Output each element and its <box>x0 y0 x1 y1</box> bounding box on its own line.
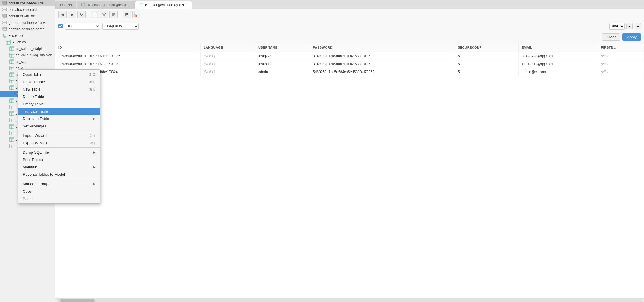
table-cell[interactable]: 5 <box>455 60 518 68</box>
back-btn[interactable]: ◀ <box>58 11 67 18</box>
table-row[interactable]: 2c9380836ed01af1016ed02198be0085(NULL)te… <box>55 52 644 60</box>
tab-label: cs_user@cosinee (godzil... <box>145 3 187 7</box>
tree-expand-icon[interactable]: ▼ <box>12 41 15 44</box>
svg-rect-69 <box>10 144 14 148</box>
svg-rect-60 <box>10 124 14 129</box>
sidebar-item-cs_callout_log_dialplan[interactable]: cs_callout_log_dialplan <box>0 52 55 58</box>
sidebar-item-godzilla[interactable]: godzilla.cosin.cc-demo <box>0 26 55 32</box>
cm-item-print-tables[interactable]: Print Tables <box>18 156 100 163</box>
sidebar-item-corsair-dev[interactable]: corsair.cosinee-w4l.dev <box>0 0 55 6</box>
scrollbar-thumb[interactable] <box>60 299 95 302</box>
sidebar-item-corsair-w4l[interactable]: corsair.cskefu.w4l <box>0 13 55 19</box>
cm-item-manage-group[interactable]: Manage Group▶ <box>18 180 100 188</box>
sidebar-item-cosinee[interactable]: ▼cosinee <box>0 32 55 39</box>
table-cell[interactable]: admin <box>255 68 310 76</box>
cm-item-set-privileges[interactable]: Set Privileges <box>18 122 100 130</box>
col-firstname[interactable]: FIRSTN... <box>598 43 644 52</box>
cm-item-dump-sql[interactable]: Dump SQL File▶ <box>18 149 100 156</box>
filter-remove-button[interactable]: − <box>626 23 633 29</box>
col-lang[interactable]: LANGUAGE <box>200 43 255 52</box>
col-username[interactable]: USERNAME <box>255 43 310 52</box>
grid-btn[interactable]: ⊞ <box>123 11 131 18</box>
svg-point-20 <box>3 34 6 35</box>
table-cell[interactable]: 314cea2b1cfe3faa7f1ff04e68b3b126 <box>310 52 455 60</box>
table-cell[interactable]: (NULL) <box>200 52 255 60</box>
cm-item-label: Import Wizard <box>23 133 47 138</box>
cm-item-maintain[interactable]: Maintain▶ <box>18 163 100 171</box>
clear-button[interactable]: Clear <box>602 33 620 41</box>
svg-rect-1 <box>3 3 7 4</box>
table-cell[interactable]: (NULL) <box>200 68 255 76</box>
table-cell[interactable]: 5d80253b1cd5e5d4ca5ed539f4d72052 <box>310 68 455 76</box>
sidebar-item-tables[interactable]: ▼Tables <box>0 39 55 45</box>
col-secureconf[interactable]: SECURECONF <box>455 43 518 52</box>
table-row[interactable]: 4028cac3614cd2f901614cf8be1f0324(NULL)ad… <box>55 68 644 76</box>
table-cell[interactable]: (NUL <box>598 52 644 60</box>
table-cell[interactable]: 2c9380836ed01af1016ed02198be0085 <box>55 52 200 60</box>
sidebar-item-cs_c1[interactable]: cs_c... <box>0 58 55 65</box>
cm-item-open-table[interactable]: Open Table⌘O <box>18 71 100 78</box>
cm-item-paste: Paste <box>18 195 100 202</box>
cm-item-import-wizard[interactable]: Import Wizard⌘↑ <box>18 132 100 139</box>
table-cell[interactable]: 12312312@qq.com <box>519 60 598 68</box>
table-cell[interactable]: 314cea2b1cfe3faa7f1ff04e68b3b126 <box>310 60 455 68</box>
col-password[interactable]: PASSWORD <box>310 43 455 52</box>
table-cell[interactable]: 32423423@qq.com <box>519 52 598 60</box>
sidebar-item-corsair-rui[interactable]: corsair.cosinee.rui <box>0 6 55 13</box>
svg-rect-39 <box>10 79 14 83</box>
sidebar-item-cs_callout_dialplan[interactable]: cs_callout_dialplan <box>0 45 55 52</box>
cm-item-delete-table[interactable]: Delete Table <box>18 93 100 100</box>
table-cell[interactable]: testgzzz <box>255 52 310 60</box>
filter-btn[interactable] <box>100 11 108 18</box>
table-cell[interactable]: (NUL <box>598 68 644 76</box>
chart-btn[interactable]: 📊 <box>132 11 140 18</box>
cm-item-label: Duplicate Table <box>23 116 49 121</box>
cm-item-new-table[interactable]: New Table⌘N <box>18 86 100 93</box>
cm-item-duplicate-table[interactable]: Duplicate Table▶ <box>18 115 100 122</box>
filter-checkbox[interactable] <box>58 24 63 28</box>
scrollbar-track <box>57 299 643 302</box>
tree-expand-icon[interactable]: ▼ <box>9 34 11 37</box>
cm-item-reverse-tables[interactable]: Reverse Tables to Model <box>18 171 100 178</box>
svg-point-19 <box>6 29 6 30</box>
tab-cs_user[interactable]: cs_user@cosinee (godzil... <box>135 1 192 9</box>
server-icon <box>2 14 7 19</box>
cm-item-design-table[interactable]: Design Table⌘D <box>18 78 100 86</box>
tab-objects[interactable]: Objects <box>55 1 76 9</box>
cm-shortcut: ⌘↓ <box>90 141 95 145</box>
refresh-btn[interactable]: ↻ <box>77 11 86 18</box>
table-cell[interactable]: 2c9380836ed01af1016ed023a36200d2 <box>55 60 200 68</box>
filter-field-select[interactable]: IDLANGUAGEUSERNAMEPASSWORDSECURECONFemai… <box>65 23 100 30</box>
svg-point-6 <box>6 8 6 9</box>
cm-item-truncate-table[interactable]: Truncate Table <box>18 108 100 115</box>
horizontal-scrollbar[interactable] <box>55 298 644 302</box>
filter-add-button[interactable]: + <box>635 23 641 29</box>
svg-point-10 <box>6 15 6 15</box>
apply-button[interactable]: Apply <box>622 33 641 41</box>
table-cell[interactable]: admin@cc.com <box>519 68 598 76</box>
sort-btn[interactable] <box>109 11 118 18</box>
new-record-btn[interactable]: 📄 <box>91 11 99 18</box>
table-row[interactable]: 2c9380836ed01af1016ed023a36200d2(NULL)te… <box>55 60 644 68</box>
cm-item-label: Truncate Table <box>23 109 48 114</box>
table-cell[interactable]: (NUL <box>598 60 644 68</box>
filter-connector-select[interactable]: andor <box>609 23 625 30</box>
col-email[interactable]: email <box>519 43 598 52</box>
table-icon <box>9 79 14 83</box>
svg-rect-9 <box>3 16 7 17</box>
col-id[interactable]: ID <box>55 43 200 52</box>
fwd-btn[interactable]: ▶ <box>68 11 76 18</box>
sidebar-item-gamera[interactable]: gamera.cosinee-w4l.svt <box>0 19 55 26</box>
filter-operator-select[interactable]: is equal tois not equal tocontainsdoes n… <box>102 23 139 30</box>
tab-uk_callcenter[interactable]: uk_callcenter_skill@cosin... <box>77 1 135 9</box>
table-cell[interactable]: testlhhh <box>255 60 310 68</box>
sidebar-item-label: cosinee <box>12 34 24 38</box>
table-cell[interactable]: (NULL) <box>200 60 255 68</box>
table-cell[interactable]: 5 <box>455 52 518 60</box>
cm-item-empty-table[interactable]: Empty Table <box>18 100 100 108</box>
cm-item-copy[interactable]: Copy <box>18 188 100 195</box>
toolbar-separator-1 <box>88 11 88 18</box>
cm-item-export-wizard[interactable]: Export Wizard⌘↓ <box>18 139 100 147</box>
svg-point-11 <box>6 17 6 17</box>
table-cell[interactable]: 5 <box>455 68 518 76</box>
